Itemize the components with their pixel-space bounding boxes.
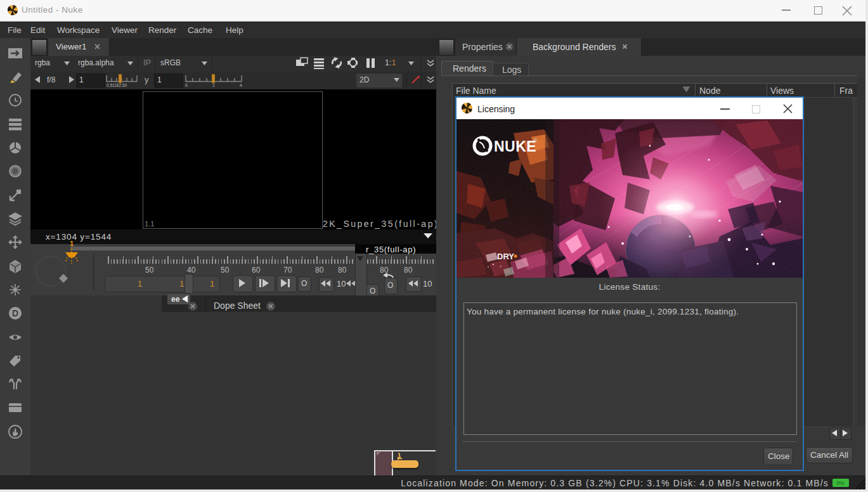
svg-text:D: D bbox=[12, 308, 18, 318]
svg-text:1: 1 bbox=[212, 83, 215, 87]
svg-text:0.51162.50: 0.51162.50 bbox=[107, 83, 127, 87]
svg-text:4: 4 bbox=[240, 83, 242, 87]
svg-text:0: 0 bbox=[185, 83, 188, 87]
